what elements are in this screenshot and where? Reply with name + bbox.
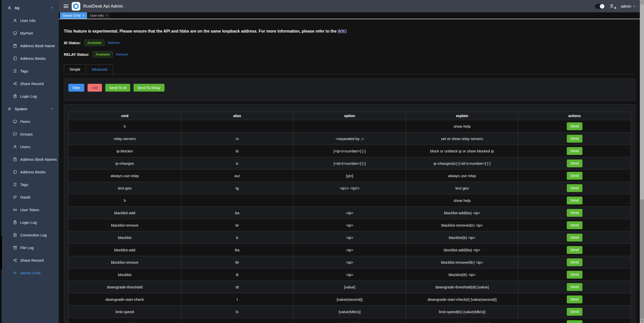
cell-alias: dt	[181, 281, 293, 293]
cell-actions: Send	[518, 157, 631, 170]
cell-actions: Send	[518, 132, 631, 145]
sidebar-scrollbar[interactable]	[0, 0, 2, 323]
id-status-label: ID Status:	[64, 41, 81, 45]
sidebar-item-address-book-name[interactable]: Address Book Name	[2, 39, 59, 52]
tab-close-icon[interactable]: ×	[106, 14, 108, 17]
id-refresh-link[interactable]: Refresh	[108, 41, 120, 45]
sidebar-item-file-log[interactable]: File Log	[2, 241, 59, 254]
send-button[interactable]: Send	[567, 271, 582, 279]
sidebar-section-my[interactable]: My	[2, 2, 59, 14]
sidebar-item-oauth[interactable]: Oauth	[2, 191, 59, 203]
sidebar-item-address-books[interactable]: Address Books	[2, 52, 59, 65]
tab-bar: Server Cmd×User Info×	[59, 12, 640, 19]
sidebar-item-connection-log[interactable]: Connection Log	[2, 229, 59, 241]
sidebar-item-tags[interactable]: Tags	[2, 65, 59, 77]
experimental-warning: This feature is experimental. Please ens…	[64, 29, 635, 34]
send-button[interactable]: Send	[567, 258, 582, 266]
sidebar-item-server-cmd[interactable]: Server Cmd	[2, 266, 59, 279]
sidebar-item-label: Groups	[20, 132, 33, 136]
sidebar-item-users[interactable]: Users	[2, 140, 59, 153]
send-button[interactable]: Send	[567, 184, 582, 192]
cell-actions: Send	[518, 170, 631, 182]
theme-toggle[interactable]: ☾	[595, 4, 605, 9]
send-button[interactable]: Send	[567, 197, 582, 204]
gear-icon	[7, 106, 12, 111]
sidebar-item-label: Address Book Names	[20, 157, 57, 162]
cell-alias: br	[181, 219, 293, 231]
window-scrollbar[interactable]: ▲ ▼	[640, 0, 644, 323]
sidebar-item-label: Tags	[20, 69, 28, 73]
send-button[interactable]: Send	[567, 221, 582, 229]
tab-server-cmd[interactable]: Server Cmd×	[60, 12, 87, 19]
cell-cmd: blacklist-add	[69, 207, 181, 219]
menu-toggle-icon[interactable]	[64, 5, 68, 8]
sidebar-item-groups[interactable]: Groups	[2, 128, 59, 140]
cell-explain: blocklist-add(Ba) <ip>	[406, 244, 518, 256]
send-button[interactable]: Send	[567, 135, 582, 143]
table-row: blocklistB<ip>blocklist(B) <ip>Send	[69, 268, 631, 281]
cell-explain: always use relay	[406, 170, 518, 182]
send-button[interactable]: Send	[567, 308, 582, 316]
cell-cmd: downgrade-threshold	[69, 281, 181, 293]
send-button[interactable]: Send	[567, 172, 582, 180]
relay-refresh-link[interactable]: Refresh	[116, 52, 128, 56]
cell-actions: Send	[518, 120, 631, 132]
tab-close-icon[interactable]: ×	[83, 14, 84, 17]
send-button[interactable]: Send	[567, 246, 582, 254]
scroll-up-arrow-icon[interactable]: ▲	[640, 0, 644, 4]
filter-button[interactable]: Filter	[68, 84, 84, 92]
tab-simple[interactable]: Simple	[64, 64, 86, 74]
send-button[interactable]: Send	[567, 234, 582, 241]
tab-user-info[interactable]: User Info×	[87, 12, 111, 19]
chevron-down-icon	[633, 5, 636, 8]
cell-explain: ip-changes(ic) [<id>|<number>] [-]	[406, 157, 518, 170]
sidebar-item-share-record[interactable]: Share Record	[2, 77, 59, 90]
cell-explain: limit-speed(ls) [value(Mb/s)]	[406, 306, 518, 318]
sidebar-item-share-record[interactable]: Share Record	[2, 254, 59, 266]
sidebar-item-tags[interactable]: Tags	[2, 178, 59, 191]
language-switch-icon[interactable]: 文A	[610, 4, 616, 9]
table-row: always-use-relayaur[y|n]always use relay…	[69, 170, 631, 182]
cell-option: <ip>	[293, 256, 406, 268]
sidebar-item-address-book-names[interactable]: Address Book Names	[2, 153, 59, 166]
cell-actions: Send	[518, 182, 631, 194]
send-to-relay-button[interactable]: Send To Relay	[133, 84, 165, 92]
send-button[interactable]: Send	[567, 209, 582, 217]
user-menu[interactable]: admin	[621, 4, 636, 8]
send-button[interactable]: Send	[567, 320, 582, 323]
sidebar-item-address-books[interactable]: Address Books	[2, 166, 59, 178]
cell-actions: Send	[518, 244, 631, 256]
send-button[interactable]: Send	[567, 122, 582, 130]
sidebar-scrollbar-thumb[interactable]	[0, 236, 2, 269]
sidebar-item-user-info[interactable]: User Info	[2, 14, 59, 27]
column-header-alias: alias	[181, 112, 293, 120]
cell-explain: test geo	[406, 182, 518, 194]
sidebar-item-login-log[interactable]: Login Log	[2, 90, 59, 102]
sidebar-item-peers[interactable]: Peers	[2, 115, 59, 128]
send-button[interactable]: Send	[567, 159, 582, 167]
sidebar-item-login-log[interactable]: Login Log	[2, 216, 59, 229]
cell-cmd: blocklist	[69, 268, 181, 281]
cell-cmd: h	[69, 194, 181, 207]
id-status-row: ID Status: Available Refresh	[64, 40, 635, 46]
cell-option	[293, 194, 406, 207]
tab-advanced[interactable]: Advanced	[86, 64, 113, 74]
send-button[interactable]: Send	[567, 295, 582, 303]
send-button[interactable]: Send	[567, 147, 582, 155]
window-scrollbar-thumb[interactable]	[640, 4, 644, 200]
cell-cmd: always-use-relay	[69, 170, 181, 182]
wiki-link[interactable]: WIKI	[338, 29, 347, 33]
add-button[interactable]: Add	[88, 84, 102, 92]
cell-actions: Send	[518, 306, 631, 318]
table-row: ip-changesic[<id>|<number>] [-]ip-change…	[69, 157, 631, 170]
send-button[interactable]: Send	[567, 283, 582, 291]
sidebar-item-user-token[interactable]: User Token	[2, 203, 59, 216]
chat-icon	[13, 132, 17, 136]
sidebar-item-mypeer[interactable]: MyPeer	[2, 27, 59, 39]
cell-alias: B	[181, 268, 293, 281]
send-to-id-button[interactable]: Send To Id	[105, 84, 130, 92]
cell-alias	[181, 194, 293, 207]
sidebar-section-system[interactable]: System	[2, 102, 59, 115]
scroll-down-arrow-icon[interactable]: ▼	[640, 319, 644, 323]
cell-alias: Ba	[181, 244, 293, 256]
